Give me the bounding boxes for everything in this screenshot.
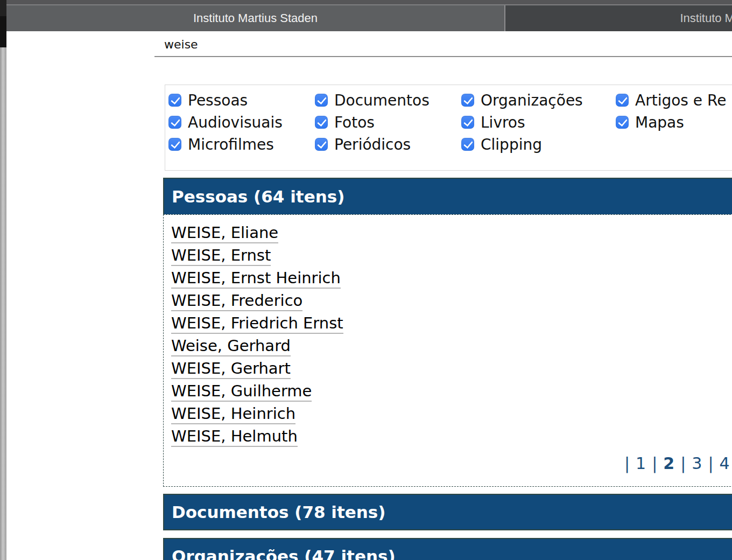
filter-microfilmes[interactable]: Microfilmes: [168, 136, 274, 152]
result-row: WEISE, Gerhart: [171, 359, 732, 382]
filter-label[interactable]: Organizações: [481, 92, 583, 109]
filter-documentos[interactable]: Documentos: [315, 92, 430, 108]
filter-mapas[interactable]: Mapas: [616, 114, 684, 130]
browser-tab-active-title: Instituto Martius Staden: [193, 11, 318, 25]
filter-label[interactable]: Fotos: [334, 114, 375, 131]
checkbox-checked-icon[interactable]: [168, 138, 181, 151]
tab-bar: Instituto Martius Staden Instituto Marti…: [6, 0, 732, 31]
filter-clipping[interactable]: Clipping: [461, 136, 542, 152]
result-row: Weise, Gerhard: [171, 337, 732, 359]
pagination-separator: |: [624, 454, 630, 473]
filter-periodicos[interactable]: Periódicos: [315, 136, 411, 152]
pagination-page-2-current: 2: [663, 454, 674, 473]
filter-audiovisuais[interactable]: Audiovisuais: [168, 114, 283, 130]
result-row: WEISE, Heinrich: [171, 404, 732, 427]
result-link[interactable]: Weise, Gerhard: [171, 337, 291, 356]
checkbox-checked-icon[interactable]: [461, 138, 474, 151]
result-link[interactable]: WEISE, Eliane: [171, 223, 278, 243]
desktop-edge-darker: [0, 16, 6, 47]
desktop-edge-dark: [0, 0, 6, 16]
result-row: WEISE, Ernst Heinrich: [171, 269, 732, 291]
pagination-page-1[interactable]: 1: [636, 454, 646, 473]
pagination-separator: |: [708, 454, 713, 473]
filter-livros[interactable]: Livros: [461, 114, 525, 130]
browser-tab-active[interactable]: Instituto Martius Staden: [6, 5, 504, 31]
filter-label[interactable]: Artigos e Re: [635, 92, 726, 109]
result-link[interactable]: WEISE, Gerhart: [171, 359, 291, 379]
browser-tab-background[interactable]: Instituto Martius Staden: [505, 5, 732, 31]
filter-fotos[interactable]: Fotos: [315, 114, 375, 130]
filter-label[interactable]: Periódicos: [334, 136, 411, 153]
search-input[interactable]: [154, 33, 732, 57]
filter-label[interactable]: Audiovisuais: [188, 114, 283, 131]
background-window-edge: [0, 47, 6, 560]
checkbox-checked-icon[interactable]: [616, 116, 629, 129]
result-row: WEISE, Ernst: [171, 246, 732, 269]
section-header-pessoas: Pessoas (64 itens): [163, 178, 732, 214]
filter-label[interactable]: Pessoas: [188, 92, 248, 109]
result-row: WEISE, Helmuth: [171, 427, 732, 450]
section-header-documentos: Documentos (78 itens): [163, 494, 732, 530]
browser-window: Instituto Martius Staden Instituto Marti…: [0, 0, 732, 560]
checkbox-checked-icon[interactable]: [315, 116, 328, 129]
result-link[interactable]: WEISE, Friedrich Ernst: [171, 314, 343, 334]
checkbox-checked-icon[interactable]: [315, 94, 328, 107]
checkbox-checked-icon[interactable]: [168, 94, 181, 107]
pessoas-result-panel: WEISE, Eliane WEISE, Ernst WEISE, Ernst …: [163, 214, 732, 487]
browser-tab-background-title: Instituto Martius Staden: [680, 11, 732, 25]
filter-label[interactable]: Microfilmes: [188, 136, 274, 153]
result-row: WEISE, Eliane: [171, 223, 732, 246]
filter-pessoas[interactable]: Pessoas: [168, 92, 248, 108]
pessoas-result-list: WEISE, Eliane WEISE, Ernst WEISE, Ernst …: [164, 215, 732, 450]
checkbox-checked-icon[interactable]: [315, 138, 328, 151]
checkbox-checked-icon[interactable]: [168, 116, 181, 129]
filter-organizacoes[interactable]: Organizações: [461, 92, 583, 108]
result-link[interactable]: WEISE, Guilherme: [171, 382, 312, 402]
pagination-page-3[interactable]: 3: [692, 454, 702, 473]
result-row: WEISE, Frederico: [171, 291, 732, 314]
filter-label[interactable]: Livros: [481, 114, 525, 131]
result-row: WEISE, Friedrich Ernst: [171, 314, 732, 337]
pagination-page-4[interactable]: 4: [720, 454, 730, 473]
pagination: | 1 | 2 | 3 | 4: [624, 454, 730, 473]
pagination-separator: |: [652, 454, 657, 473]
result-link[interactable]: WEISE, Frederico: [171, 291, 302, 311]
section-header-organizacoes: Organizações (47 itens): [163, 538, 732, 560]
filter-label[interactable]: Clipping: [481, 136, 542, 153]
result-link[interactable]: WEISE, Helmuth: [171, 427, 298, 447]
filter-artigos[interactable]: Artigos e Re: [616, 92, 726, 108]
filter-label[interactable]: Documentos: [334, 92, 430, 109]
checkbox-checked-icon[interactable]: [461, 116, 474, 129]
result-row: WEISE, Guilherme: [171, 382, 732, 404]
checkbox-checked-icon[interactable]: [616, 94, 629, 107]
result-link[interactable]: WEISE, Ernst: [171, 246, 271, 266]
filter-label[interactable]: Mapas: [635, 114, 684, 131]
filter-panel: Pessoas Audiovisuais Microfilmes Documen…: [165, 85, 732, 171]
pagination-separator: |: [680, 454, 686, 473]
checkbox-checked-icon[interactable]: [461, 94, 474, 107]
result-link[interactable]: WEISE, Heinrich: [171, 404, 295, 424]
result-link[interactable]: WEISE, Ernst Heinrich: [171, 269, 341, 289]
